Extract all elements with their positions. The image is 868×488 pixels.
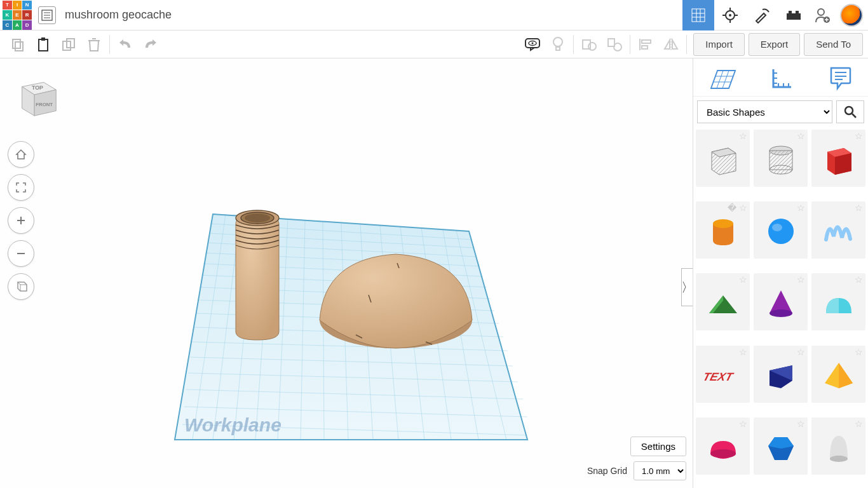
svg-rect-16 [789,11,792,13]
favorite-icon[interactable]: ☆ [855,203,863,213]
ungroup-button[interactable] [602,33,627,56]
search-icon [843,105,857,119]
home-icon [15,148,27,161]
undo-icon [118,39,132,50]
svg-line-99 [722,71,728,88]
shape-category-select[interactable]: Basic Shapes [697,100,832,123]
export-button[interactable]: Export [749,33,800,56]
svg-rect-34 [556,47,560,50]
pickaxe-icon [754,7,770,24]
duplicate-button[interactable] [56,33,81,56]
show-all-button[interactable] [545,33,571,56]
shape-box[interactable]: ☆ [811,130,865,187]
shape-cylinder-hole[interactable]: ☆ [754,130,808,187]
svg-rect-15 [787,13,801,20]
viewcube-top: TOP [32,85,43,91]
zoom-out-button[interactable] [8,240,34,267]
shape-polygon[interactable]: ☆ [754,417,808,475]
zoom-in-button[interactable] [8,207,34,234]
sendto-button[interactable]: Send To [804,33,863,56]
fit-view-button[interactable] [8,174,34,201]
group-button[interactable] [576,33,602,56]
favorite-icon[interactable]: ☆ [797,203,805,213]
user-avatar[interactable] [840,4,863,27]
shape-cone[interactable]: ☆ [754,273,808,330]
paste-button[interactable] [31,33,56,56]
undo-button[interactable] [112,33,138,56]
project-title[interactable]: mushroom geocache [62,8,682,22]
shape-paraboloid[interactable]: ☆ [811,417,865,475]
canvas-footer: Settings Snap Grid 1.0 mm [587,437,686,480]
design-list-button[interactable] [38,6,56,24]
viewcube-front: FRONT [36,102,53,107]
paste-icon [36,37,50,52]
shape-cylinder[interactable]: � ☆ [696,201,750,259]
favorite-icon[interactable]: ☆ [855,274,863,285]
favorite-icon[interactable]: ☆ [739,131,747,141]
home-view-button[interactable] [8,141,34,168]
favorite-icon[interactable]: ☆ [739,419,747,429]
svg-point-124 [770,309,792,317]
favorite-icon[interactable]: ☆ [855,419,863,429]
canvas[interactable]: Workplane TOP FRONT 〉 Settings Snap Grid… [0,58,693,488]
app-tab-bricks[interactable] [778,0,810,30]
favorite-icon[interactable]: ☆ [739,274,747,285]
snapgrid-select[interactable]: 1.0 mm [634,461,686,480]
collapse-panel-button[interactable]: 〉 [681,268,693,306]
svg-rect-41 [642,46,648,49]
copy-button[interactable] [5,33,31,56]
tinkercad-logo[interactable]: TIN KER CAD [3,1,32,30]
favorite-icon: � ☆ [728,203,747,213]
viewcube[interactable]: TOP FRONT [13,71,62,121]
note-icon [829,65,851,91]
svg-line-91 [24,282,27,285]
eye-speech-icon [524,37,541,51]
svg-rect-25 [41,37,45,41]
shape-round-roof[interactable]: ☆ [811,273,865,330]
svg-point-109 [845,107,853,114]
favorite-icon[interactable]: ☆ [797,131,805,141]
shape-scribble[interactable]: ☆ [811,201,865,259]
shape-text[interactable]: ☆TEXT [696,346,750,403]
app-tab-circuits[interactable] [714,0,746,30]
delete-button[interactable] [81,33,107,56]
workplane-tool[interactable] [710,65,736,93]
favorite-icon[interactable]: ☆ [797,419,805,429]
import-button[interactable]: Import [693,33,745,56]
ruler-tool[interactable] [770,65,795,93]
svg-point-32 [532,42,534,44]
favorite-icon[interactable]: ☆ [797,274,805,285]
favorite-icon[interactable]: ☆ [855,347,863,357]
svg-marker-118 [835,153,851,175]
shape-pyramid[interactable]: ☆ [811,346,865,403]
redo-button[interactable] [138,33,163,56]
favorite-icon[interactable]: ☆ [797,347,805,357]
grid-settings-button[interactable]: Settings [630,437,686,456]
svg-rect-22 [13,39,20,48]
trash-icon [87,37,101,52]
favorite-icon[interactable]: ☆ [855,131,863,141]
app-tab-3d[interactable] [682,0,714,30]
workplane-grid [0,58,693,488]
app-tab-codeblocks[interactable] [746,0,778,30]
favorite-icon[interactable]: ☆ [739,347,747,357]
shape-search-button[interactable] [836,100,864,123]
duplicate-icon [62,37,76,51]
notes-tool[interactable] [829,65,851,93]
shape-wedge[interactable]: ☆ [754,346,808,403]
svg-line-98 [716,71,722,88]
shape-box-hole[interactable]: ☆ [696,130,750,187]
svg-point-133 [830,456,848,462]
ortho-button[interactable] [8,273,34,300]
mirror-button[interactable] [658,33,684,56]
brick-icon [785,10,802,21]
align-button[interactable] [633,33,658,56]
shape-sphere[interactable]: ☆ [754,201,808,259]
svg-rect-17 [796,11,799,13]
svg-point-115 [770,165,792,174]
shape-half-sphere[interactable]: ☆ [696,417,750,475]
visibility-button[interactable] [520,33,545,56]
redo-icon [144,39,158,50]
invite-user-button[interactable] [810,7,835,24]
shape-roof[interactable]: ☆ [696,273,750,330]
